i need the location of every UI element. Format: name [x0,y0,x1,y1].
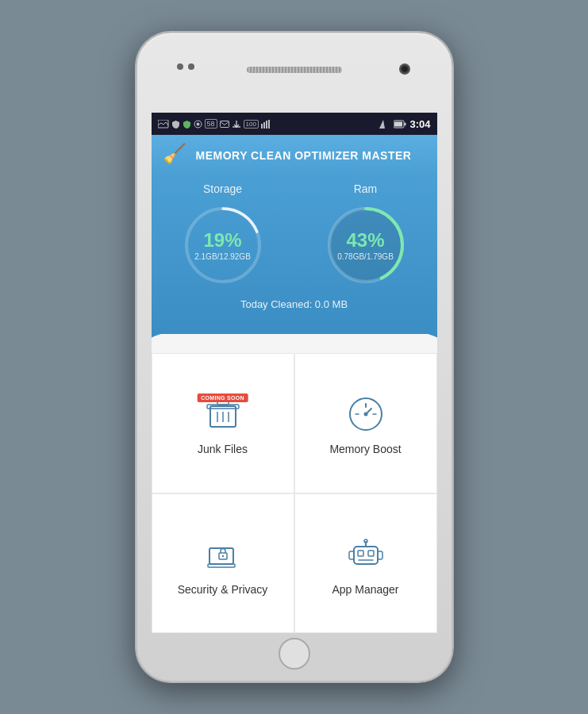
svg-rect-3 [220,121,229,127]
cleaned-label: Today Cleaned: 0.0 MB [240,298,348,310]
signal-icon [379,120,390,129]
app-header: 🧹 MEMORY CLEAN OPTIMIZER MASTER [152,135,437,175]
download-icon [232,120,241,129]
app-manager-icon-wrap [345,534,386,575]
security-privacy-label: Security & Privacy [178,583,268,596]
svg-rect-27 [209,548,233,564]
speedometer-icon [348,396,384,432]
ram-block: Ram 43% 0.78GB/1.79GB [322,182,409,289]
stats-row: Storage 19% 2.1GB/12.92GB Ram [152,182,437,289]
svg-rect-6 [266,121,267,129]
svg-point-24 [363,413,367,416]
svg-rect-10 [405,122,406,125]
phone-screen: 58 100 [152,113,437,633]
speaker-grille [247,67,342,73]
ram-label: Ram [354,182,378,195]
svg-point-2 [196,122,199,125]
stats-area: Storage 19% 2.1GB/12.92GB Ram [152,175,437,334]
menu-grid: COMING SOON Junk Files [152,353,437,633]
robot-icon [348,537,384,572]
number-badge: 58 [205,119,217,129]
phone-bottom [137,638,452,670]
battery-icon [394,120,406,129]
security-privacy-item[interactable]: Security & Privacy [152,493,294,634]
wave-separator [152,334,437,353]
storage-circle: 19% 2.1GB/12.92GB [179,202,267,289]
svg-rect-32 [358,551,363,556]
storage-percent: 19% [194,229,251,252]
svg-rect-33 [368,551,374,556]
percent-badge: 100 [244,120,259,129]
memory-boost-item[interactable]: Memory Boost [294,353,437,493]
storage-detail: 2.1GB/12.92GB [194,252,251,261]
app-manager-item[interactable]: App Manager [294,493,437,634]
app-title: MEMORY CLEAN OPTIMIZER MASTER [196,149,412,162]
storage-block: Storage 19% 2.1GB/12.92GB [179,182,267,289]
app-logo-icon: 🧹 [163,143,188,168]
svg-rect-5 [263,122,265,129]
mail-icon [220,120,229,129]
memory-boost-icon-wrap [345,393,386,435]
junk-files-icon-wrap: COMING SOON [202,393,244,435]
status-bar-right-icons: 3:04 [379,118,430,130]
svg-point-30 [221,555,223,557]
phone-shell: 58 100 [136,32,453,682]
junk-files-item[interactable]: COMING SOON Junk Files [152,353,294,493]
app-manager-label: App Manager [332,583,398,596]
svg-rect-4 [261,124,263,129]
bars-icon [261,120,271,129]
svg-rect-9 [394,121,402,126]
laptop-lock-icon [206,537,240,572]
status-bar-left-icons: 58 100 [158,119,271,129]
shield-icon-1 [171,120,180,129]
coming-soon-badge: COMING SOON [197,393,248,402]
storage-label: Storage [203,182,242,195]
junk-files-label: Junk Files [198,443,248,455]
status-bar: 58 100 [152,113,437,135]
front-camera [399,63,410,75]
ram-circle: 43% 0.78GB/1.79GB [322,202,409,289]
settings-icon [194,120,202,129]
phone-top [137,33,452,113]
memory-boost-label: Memory Boost [329,443,401,455]
front-camera-dots [177,63,194,70]
trash-icon [206,398,240,430]
svg-rect-28 [208,564,235,567]
security-icon-wrap [202,534,244,575]
ram-detail: 0.78GB/1.79GB [337,252,394,261]
home-button[interactable] [279,638,310,670]
image-icon [158,120,169,129]
status-time: 3:04 [409,118,430,130]
svg-rect-7 [268,120,270,129]
shield-icon-2 [183,120,191,129]
ram-percent: 43% [337,229,394,252]
